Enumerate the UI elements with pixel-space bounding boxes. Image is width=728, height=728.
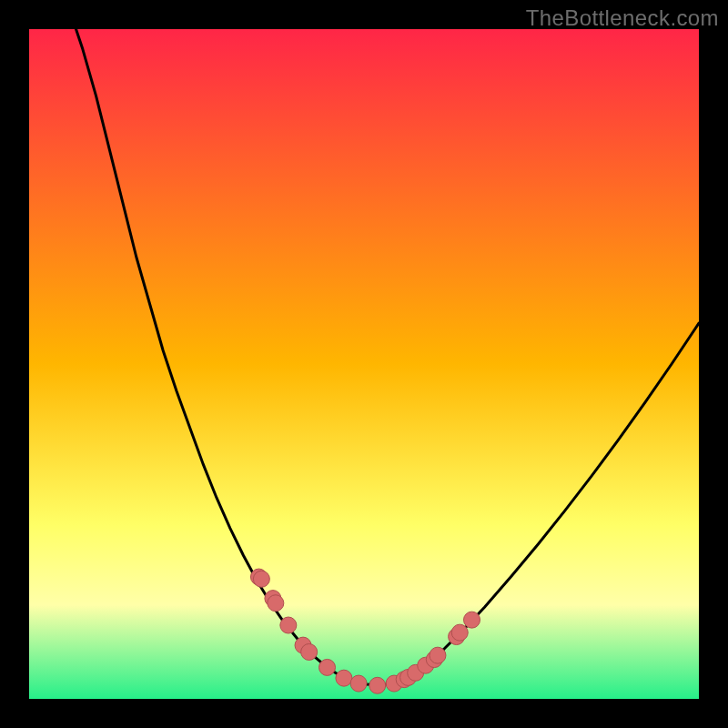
bottleneck-chart (29, 29, 699, 699)
marker-dot (369, 677, 386, 693)
marker-dot (451, 624, 468, 641)
marker-dot (350, 675, 367, 692)
chart-plot-area (29, 29, 699, 699)
marker-dot (464, 612, 480, 628)
marker-dot (268, 595, 284, 612)
watermark-text: TheBottleneck.com (526, 5, 719, 31)
marker-dot (336, 670, 352, 686)
marker-dot (430, 647, 446, 663)
marker-dot (301, 643, 318, 660)
marker-dot (319, 659, 336, 675)
marker-dot (253, 571, 269, 587)
marker-dot (280, 617, 297, 633)
chart-frame: TheBottleneck.com (0, 0, 728, 728)
gradient-background (29, 29, 699, 699)
